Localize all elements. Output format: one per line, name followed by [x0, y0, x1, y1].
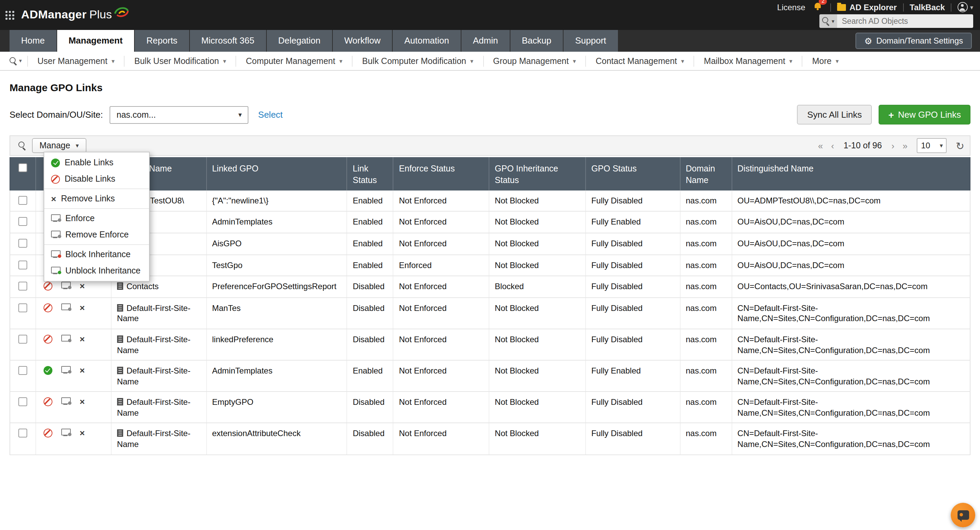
menu-item-disable-links[interactable]: Disable Links: [44, 171, 149, 187]
tab-workflow[interactable]: Workflow: [333, 30, 392, 52]
ad-explorer-button[interactable]: AD Explorer: [837, 2, 897, 12]
menu-item-remove-enforce[interactable]: Remove Enforce: [44, 227, 149, 243]
menu-item-block-inheritance[interactable]: Block Inheritance: [44, 246, 149, 263]
tab-delegation[interactable]: Delegation: [266, 30, 332, 52]
disabled-slash-icon[interactable]: [43, 335, 52, 344]
row-checkbox[interactable]: [18, 282, 27, 290]
menu-divider: [44, 244, 149, 245]
enabled-check-icon[interactable]: [43, 366, 52, 375]
tab-support[interactable]: Support: [563, 30, 617, 52]
select-all-checkbox[interactable]: [18, 163, 27, 172]
edit-gpo-link-icon[interactable]: [61, 366, 71, 377]
refresh-button[interactable]: ↻: [956, 141, 964, 151]
domain-tenant-settings-button[interactable]: ⚙ Domain/Tenant Settings: [856, 33, 972, 49]
row-checkbox[interactable]: [18, 239, 27, 248]
header-domain-name[interactable]: Domain Name: [680, 157, 732, 190]
gpo-links-grid: Manage ▾ « ‹ 1-10 of 96 › » 10 ▾ ↻ E: [10, 135, 970, 455]
notifications-button[interactable]: 2: [814, 2, 822, 12]
row-checkbox[interactable]: [18, 196, 27, 205]
license-link[interactable]: License: [777, 2, 805, 12]
edit-gpo-link-icon[interactable]: [61, 335, 71, 346]
remove-link-icon[interactable]: ×: [80, 282, 85, 290]
chat-widget-button[interactable]: [951, 503, 975, 527]
manage-button[interactable]: Manage ▾: [32, 138, 86, 153]
disabled-slash-icon[interactable]: [43, 429, 52, 438]
enable-check-icon: [51, 158, 60, 167]
subnav-item-bulk-user-modification[interactable]: Bulk User Modification▾: [125, 56, 237, 66]
distinguished-name: OU=AisOU,DC=nas,DC=com: [732, 233, 970, 254]
link-status: Enabled: [347, 190, 394, 211]
next-page-button[interactable]: ›: [889, 141, 897, 151]
menu-item-unblock-inheritance[interactable]: Unblock Inheritance: [44, 263, 149, 279]
row-checkbox[interactable]: [18, 217, 27, 226]
subnav-item-computer-management[interactable]: Computer Management▾: [237, 56, 353, 66]
subnav-item-group-management[interactable]: Group Management▾: [484, 56, 586, 66]
row-checkbox[interactable]: [18, 366, 27, 375]
column-search-button[interactable]: [16, 141, 32, 150]
subnav-item-contact-management[interactable]: Contact Management▾: [586, 56, 694, 66]
domain-select-label: Select Domain/OU/Site:: [10, 109, 103, 120]
sync-all-links-button[interactable]: Sync All Links: [797, 105, 872, 124]
tab-home[interactable]: Home: [10, 30, 56, 52]
notification-badge: 2: [819, 0, 827, 5]
menu-item-enable-links[interactable]: Enable Links: [44, 154, 149, 171]
remove-link-icon[interactable]: ×: [80, 303, 85, 312]
row-checkbox[interactable]: [18, 335, 27, 344]
subnav-search-button[interactable]: ▾: [4, 56, 28, 66]
tab-microsoft-365[interactable]: Microsoft 365: [189, 30, 266, 52]
select-link[interactable]: Select: [258, 109, 283, 120]
remove-link-icon[interactable]: ×: [80, 398, 85, 406]
ad-explorer-label: AD Explorer: [850, 2, 897, 12]
remove-link-icon[interactable]: ×: [80, 429, 85, 438]
row-checkbox[interactable]: [18, 429, 27, 438]
disabled-slash-icon[interactable]: [43, 282, 52, 290]
edit-gpo-link-icon[interactable]: [61, 398, 71, 409]
tab-admin[interactable]: Admin: [461, 30, 510, 52]
header-gpo-inheritance-status[interactable]: GPO Inheritance Status: [489, 157, 586, 190]
subnav-item-mailbox-management[interactable]: Mailbox Management▾: [695, 56, 803, 66]
disabled-slash-icon[interactable]: [43, 303, 52, 312]
app-launcher-icon[interactable]: [5, 11, 14, 19]
edit-gpo-link-icon[interactable]: [61, 303, 71, 314]
last-page-button[interactable]: »: [900, 141, 910, 151]
table-row: × Contacts PreferenceForGPOSettingsRepor…: [10, 276, 970, 298]
header-enforce-status[interactable]: Enforce Status: [393, 157, 489, 190]
tab-reports[interactable]: Reports: [135, 30, 189, 52]
header-checkbox-cell: [10, 157, 36, 190]
prev-page-button[interactable]: ‹: [828, 141, 837, 151]
menu-item-enforce[interactable]: Enforce: [44, 210, 149, 227]
edit-gpo-link-icon[interactable]: [61, 429, 71, 440]
subnav-item-user-management[interactable]: User Management▾: [28, 56, 125, 66]
settings-button-label: Domain/Tenant Settings: [876, 36, 963, 46]
remove-link-icon[interactable]: ×: [80, 335, 85, 344]
domain-dropdown[interactable]: nas.com... ▾: [110, 106, 249, 124]
tab-backup[interactable]: Backup: [510, 30, 563, 52]
menu-item-remove-links[interactable]: ×Remove Links: [44, 190, 149, 207]
linked-gpo: AdminTemplates: [207, 360, 347, 391]
new-gpo-links-button[interactable]: + New GPO Links: [879, 105, 970, 124]
search-scope-button[interactable]: ▾: [819, 14, 837, 28]
subnav-item-more[interactable]: More▾: [803, 56, 848, 66]
brand-logo: ADManager Plus: [21, 8, 130, 22]
row-checkbox[interactable]: [18, 398, 27, 406]
talkback-link[interactable]: TalkBack: [910, 2, 945, 12]
remove-link-icon[interactable]: ×: [80, 366, 85, 375]
chevron-down-icon: ▾: [223, 57, 226, 64]
disabled-slash-icon[interactable]: [43, 398, 52, 406]
row-checkbox[interactable]: [18, 260, 27, 269]
page-size-select[interactable]: 10 ▾: [917, 138, 947, 153]
tab-management[interactable]: Management: [57, 30, 134, 52]
edit-gpo-link-icon[interactable]: [61, 282, 71, 293]
header-gpo-status[interactable]: GPO Status: [586, 157, 681, 190]
first-page-button[interactable]: «: [815, 141, 826, 151]
block-icon: [51, 251, 60, 259]
user-menu-button[interactable]: ▾: [958, 2, 973, 12]
header-distinguished-name[interactable]: Distinguished Name: [732, 157, 970, 190]
header-linked-gpo[interactable]: Linked GPO: [207, 157, 347, 190]
search-input[interactable]: [837, 14, 973, 28]
row-actions-cell: ×: [36, 424, 111, 454]
header-link-status[interactable]: Link Status: [347, 157, 394, 190]
row-checkbox[interactable]: [18, 303, 27, 312]
subnav-item-bulk-computer-modification[interactable]: Bulk Computer Modification▾: [353, 56, 484, 66]
tab-automation[interactable]: Automation: [393, 30, 461, 52]
